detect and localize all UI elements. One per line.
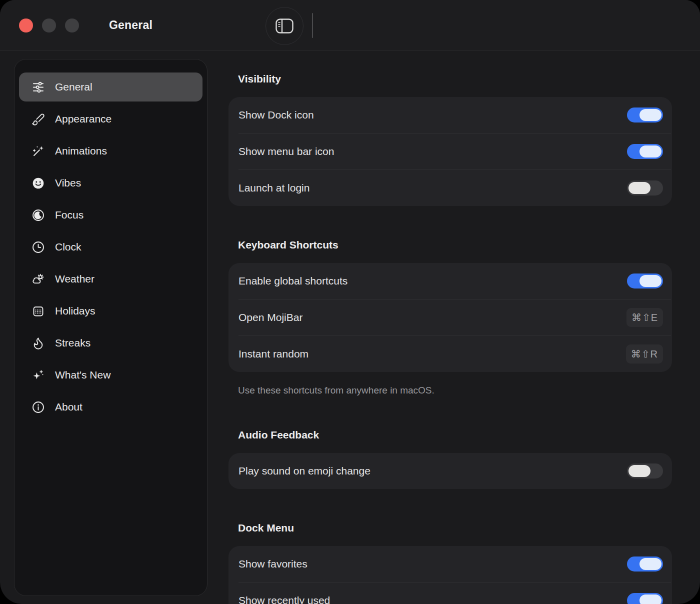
sidebar-item-label: Appearance bbox=[55, 113, 112, 125]
sidebar-toggle-icon bbox=[275, 18, 294, 34]
toggle-sidebar-button[interactable] bbox=[266, 7, 304, 45]
toggle-knob bbox=[640, 558, 662, 570]
shortcuts-footnote: Use these shortcuts from anywhere in mac… bbox=[238, 385, 672, 396]
section-title: Dock Menu bbox=[238, 522, 672, 534]
setting-row: Show Dock icon bbox=[228, 97, 672, 133]
toggle-knob bbox=[640, 146, 662, 158]
close-button[interactable] bbox=[19, 18, 33, 32]
setting-label: Open MojiBar bbox=[238, 312, 626, 324]
flame-icon bbox=[31, 336, 45, 350]
sidebar-item-label: Weather bbox=[55, 273, 94, 285]
sidebar-item-label: What's New bbox=[55, 369, 110, 381]
clock-icon bbox=[31, 240, 45, 254]
minimize-button[interactable] bbox=[42, 18, 56, 32]
settings-card: Play sound on emoji change bbox=[228, 453, 672, 489]
sidebar-item-label: Focus bbox=[55, 209, 84, 221]
zoom-button[interactable] bbox=[65, 18, 79, 32]
setting-label: Show menu bar icon bbox=[238, 146, 627, 158]
sidebar-item-whats-new[interactable]: What's New bbox=[19, 360, 202, 390]
setting-row: Launch at login bbox=[228, 170, 672, 206]
setting-label: Launch at login bbox=[238, 182, 627, 194]
toggle-knob bbox=[640, 594, 662, 604]
setting-row: Play sound on emoji change bbox=[228, 453, 672, 489]
sidebar-item-focus[interactable]: Focus bbox=[19, 200, 202, 230]
setting-label: Enable global shortcuts bbox=[238, 275, 627, 287]
sliders-icon bbox=[31, 80, 45, 94]
setting-label: Show favorites bbox=[238, 558, 627, 570]
toggle-knob bbox=[640, 275, 662, 287]
smiley-icon bbox=[31, 176, 45, 190]
toggle-knob bbox=[628, 465, 650, 477]
play-sound-toggle[interactable] bbox=[627, 464, 663, 478]
settings-card: Enable global shortcuts Open MojiBar ⌘⇧E… bbox=[228, 263, 672, 372]
sidebar-item-general[interactable]: General bbox=[19, 72, 202, 102]
setting-label: Show Dock icon bbox=[238, 109, 627, 121]
traffic-lights bbox=[19, 18, 79, 32]
wand-icon bbox=[31, 144, 45, 158]
sidebar-item-appearance[interactable]: Appearance bbox=[19, 104, 202, 134]
show-menu-bar-icon-toggle[interactable] bbox=[627, 144, 663, 159]
sidebar: General Appearance bbox=[14, 59, 208, 596]
sidebar-item-label: Holidays bbox=[55, 305, 96, 317]
sidebar-item-holidays[interactable]: Holidays bbox=[19, 296, 202, 326]
settings-window: General bbox=[0, 0, 700, 604]
sparkles-icon bbox=[31, 368, 45, 382]
open-mojibar-shortcut-badge[interactable]: ⌘⇧E bbox=[626, 308, 663, 327]
sidebar-item-label: Clock bbox=[55, 241, 82, 253]
settings-content: Visibility Show Dock icon Show menu bar … bbox=[208, 51, 700, 604]
toggle-knob bbox=[640, 109, 662, 121]
launch-at-login-toggle[interactable] bbox=[627, 180, 663, 196]
setting-label: Instant random bbox=[238, 348, 626, 360]
moon-icon bbox=[31, 208, 45, 222]
setting-row: Show recently used bbox=[228, 582, 672, 604]
section-title: Keyboard Shortcuts bbox=[238, 239, 672, 251]
sidebar-item-weather[interactable]: Weather bbox=[19, 264, 202, 294]
setting-row: Show menu bar icon bbox=[228, 134, 672, 170]
sun-cloud-icon bbox=[31, 272, 45, 286]
window-title: General bbox=[109, 0, 152, 50]
paintbrush-icon bbox=[31, 112, 45, 126]
sidebar-item-animations[interactable]: Animations bbox=[19, 136, 202, 166]
settings-card: Show Dock icon Show menu bar icon Launch… bbox=[228, 97, 672, 206]
sidebar-item-vibes[interactable]: Vibes bbox=[19, 168, 202, 198]
sidebar-item-label: General bbox=[55, 81, 92, 93]
sidebar-item-label: About bbox=[55, 401, 82, 413]
sidebar-item-label: Streaks bbox=[55, 337, 90, 349]
info-icon bbox=[31, 400, 45, 414]
toolbar-separator bbox=[312, 13, 313, 38]
section-keyboard-shortcuts: Keyboard Shortcuts Enable global shortcu… bbox=[228, 239, 672, 396]
section-audio-feedback: Audio Feedback Play sound on emoji chang… bbox=[228, 429, 672, 489]
setting-row: Instant random ⌘⇧R bbox=[228, 336, 672, 372]
instant-random-shortcut-badge[interactable]: ⌘⇧R bbox=[626, 344, 663, 364]
section-title: Audio Feedback bbox=[238, 429, 672, 441]
show-favorites-toggle[interactable] bbox=[627, 556, 663, 572]
section-visibility: Visibility Show Dock icon Show menu bar … bbox=[228, 73, 672, 206]
setting-row: Open MojiBar ⌘⇧E bbox=[228, 300, 672, 336]
setting-row: Enable global shortcuts bbox=[228, 263, 672, 299]
sidebar-item-clock[interactable]: Clock bbox=[19, 232, 202, 262]
show-recently-used-toggle[interactable] bbox=[627, 593, 663, 604]
setting-label: Show recently used bbox=[238, 594, 627, 604]
sidebar-item-label: Vibes bbox=[55, 177, 81, 189]
sidebar-item-about[interactable]: About bbox=[19, 392, 202, 422]
show-dock-icon-toggle[interactable] bbox=[627, 108, 663, 122]
enable-global-shortcuts-toggle[interactable] bbox=[627, 274, 663, 288]
sidebar-item-label: Animations bbox=[55, 145, 107, 157]
calendar-icon bbox=[31, 304, 45, 318]
setting-row: Show favorites bbox=[228, 546, 672, 582]
titlebar: General bbox=[0, 0, 700, 51]
section-dock-menu: Dock Menu Show favorites Show recently u… bbox=[228, 522, 672, 604]
settings-card: Show favorites Show recently used bbox=[228, 546, 672, 604]
section-title: Visibility bbox=[238, 73, 672, 85]
toggle-knob bbox=[628, 182, 650, 194]
setting-label: Play sound on emoji change bbox=[238, 465, 627, 477]
sidebar-item-streaks[interactable]: Streaks bbox=[19, 328, 202, 358]
